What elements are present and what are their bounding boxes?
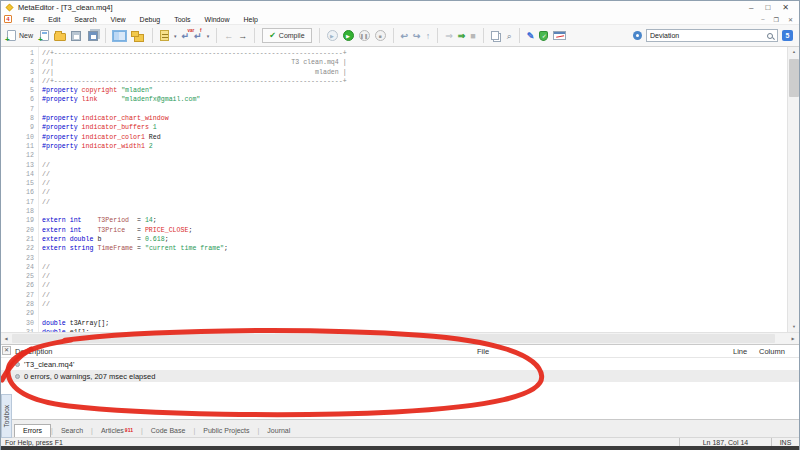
tab-code-base[interactable]: Code Base: [143, 425, 194, 437]
code-line[interactable]: extern string TimeFrame = "current time …: [42, 244, 799, 253]
child-minimize-button[interactable]: –: [761, 16, 764, 23]
menu-item-file[interactable]: File: [16, 14, 41, 25]
error-list-row[interactable]: 'T3_clean.mq4': [1, 358, 799, 370]
run-to-cursor-icon[interactable]: ⇒: [445, 31, 453, 41]
navigate-back-icon[interactable]: ←: [224, 31, 233, 41]
code-line[interactable]: //: [42, 281, 799, 290]
open-folder-icon[interactable]: [54, 33, 66, 41]
menu-item-view[interactable]: View: [104, 14, 133, 25]
navigator-toggle-icon[interactable]: [113, 31, 126, 41]
vertical-scrollbar[interactable]: ▲ ▼: [787, 47, 799, 332]
new-file-button[interactable]: New: [5, 29, 35, 42]
scroll-down-icon[interactable]: ▼: [788, 322, 799, 332]
start-debugging-icon[interactable]: ▶: [343, 30, 354, 41]
code-line[interactable]: //: [42, 263, 799, 272]
code-line[interactable]: #property indicator_chart_window: [42, 114, 799, 123]
step-over-icon[interactable]: ↪: [413, 31, 421, 41]
stop-debugging-icon[interactable]: ■: [375, 30, 386, 41]
print-preview-icon[interactable]: ⌕: [507, 31, 512, 41]
line-number: 26: [1, 281, 34, 290]
templates-dropdown-icon[interactable]: ▾: [174, 33, 177, 39]
save-icon[interactable]: [71, 31, 81, 41]
menu-item-window[interactable]: Window: [198, 14, 237, 25]
code-line[interactable]: double t3Array[];: [42, 319, 799, 328]
code-token: [82, 227, 98, 234]
toolbox-vertical-tab[interactable]: Toolbox: [1, 394, 12, 438]
menu-item-help[interactable]: Help: [236, 14, 264, 25]
definition-dropdown-icon[interactable]: ▾: [207, 33, 210, 39]
error-list-row[interactable]: 0 errors, 0 warnings, 207 msec elapsed: [1, 370, 799, 382]
code-line[interactable]: //: [42, 188, 799, 197]
close-button[interactable]: ✕: [782, 3, 789, 12]
navigate-forward-icon[interactable]: →: [238, 31, 247, 41]
code-line[interactable]: [42, 207, 799, 216]
compile-button[interactable]: ✔ Compile: [262, 28, 311, 43]
tab-articles[interactable]: Articles911: [93, 423, 141, 437]
metaeditor-logo-icon: [6, 4, 14, 12]
tab-errors[interactable]: Errors: [14, 424, 51, 437]
copy-icon[interactable]: [491, 31, 499, 40]
menu-item-tools[interactable]: Tools: [167, 14, 197, 25]
code-line[interactable]: //: [42, 198, 799, 207]
tab-search[interactable]: Search: [53, 425, 91, 437]
tab-journal[interactable]: Journal: [259, 425, 298, 437]
code-editor[interactable]: 1234567891011121314151617181920212223242…: [1, 47, 799, 332]
go-to-definition-icon[interactable]: ↵f: [194, 31, 202, 41]
mql5-community-icon[interactable]: 5: [782, 30, 793, 41]
horizontal-scroll-thumb[interactable]: [12, 334, 775, 343]
menu-item-search[interactable]: Search: [67, 14, 103, 25]
code-line[interactable]: #property link "mladenfx@gmail.com": [42, 95, 799, 104]
menu-item-edit[interactable]: Edit: [41, 14, 67, 25]
child-close-button[interactable]: ✕: [788, 16, 793, 23]
menu-item-debug[interactable]: Debug: [133, 14, 168, 25]
code-line[interactable]: //: [42, 272, 799, 281]
code-line[interactable]: [42, 254, 799, 263]
code-line[interactable]: //: [42, 179, 799, 188]
styler-pen-icon[interactable]: ✎: [527, 31, 535, 41]
new-template-icon[interactable]: [40, 30, 49, 41]
search-icon[interactable]: [767, 33, 773, 39]
code-line[interactable]: [42, 151, 799, 160]
code-line[interactable]: extern int T3Period = 14;: [42, 216, 799, 225]
code-line[interactable]: [42, 105, 799, 114]
child-restore-button[interactable]: ❐: [774, 16, 779, 23]
code-line[interactable]: //+-------------------------------------…: [42, 77, 799, 86]
code-line[interactable]: #property indicator_color1 Red: [42, 133, 799, 142]
pause-debugging-icon[interactable]: ❚❚: [359, 30, 370, 41]
styler-templates-icon[interactable]: [160, 30, 169, 41]
code-line[interactable]: extern int T3Price = PRICE_CLOSE;: [42, 226, 799, 235]
settings-gear-icon[interactable]: [633, 31, 642, 40]
open-in-terminal-icon[interactable]: [553, 31, 566, 40]
code-line[interactable]: #property copyright "mladen": [42, 86, 799, 95]
maximize-button[interactable]: □: [765, 3, 770, 12]
code-line[interactable]: #property indicator_buffers 1: [42, 123, 799, 132]
code-line[interactable]: #property indicator_width1 2: [42, 142, 799, 151]
vertical-scroll-thumb[interactable]: [789, 59, 799, 97]
code-line[interactable]: extern double b = 0.618;: [42, 235, 799, 244]
code-line[interactable]: //+-------------------------------------…: [42, 49, 799, 58]
continue-icon[interactable]: ⇒: [458, 31, 466, 41]
code-line[interactable]: //: [42, 291, 799, 300]
minimize-button[interactable]: –: [749, 3, 753, 12]
line-number: 17: [1, 198, 34, 207]
stop-small-icon[interactable]: ■: [470, 31, 475, 41]
code-line[interactable]: //| mladen |: [42, 68, 799, 77]
start-profiling-icon[interactable]: ▶: [327, 30, 338, 41]
code-line[interactable]: [42, 309, 799, 318]
search-input[interactable]: [650, 32, 767, 39]
code-line[interactable]: //: [42, 161, 799, 170]
horizontal-scrollbar[interactable]: ◀ ▶: [1, 332, 799, 344]
step-into-icon[interactable]: ↩: [401, 31, 409, 41]
code-token: //: [42, 171, 50, 178]
code-line[interactable]: //: [42, 170, 799, 179]
save-all-icon[interactable]: [88, 31, 98, 41]
file-tree-icon[interactable]: [131, 31, 139, 37]
panel-close-icon[interactable]: ✕: [2, 346, 11, 355]
code-line[interactable]: //: [42, 300, 799, 309]
storage-shield-icon[interactable]: [539, 31, 548, 41]
tab-public-projects[interactable]: Public Projects: [195, 425, 257, 437]
code-line[interactable]: //| T3 clean.mq4 |: [42, 58, 799, 67]
go-to-declaration-icon[interactable]: ↵var: [182, 31, 190, 41]
step-out-icon[interactable]: ↑: [426, 31, 431, 41]
scroll-up-icon[interactable]: ▲: [788, 47, 799, 57]
